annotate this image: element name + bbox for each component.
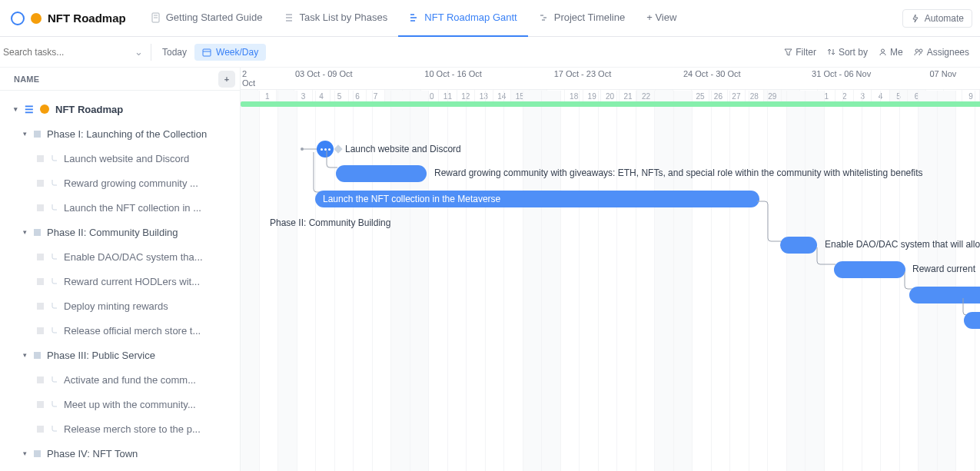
- gantt-bar[interactable]: [909, 287, 980, 303]
- bar-inner-label: Launch the NFT collection in the Metaver…: [315, 191, 759, 207]
- tab-timeline[interactable]: Project Timeline: [528, 0, 636, 37]
- phase-row[interactable]: ▾Phase IV: NFT Town: [0, 441, 240, 466]
- svg-point-3: [915, 49, 919, 52]
- week-cell: 24 Oct - 30 Oct: [647, 68, 776, 89]
- search-dropdown[interactable]: ⌄: [127, 46, 151, 58]
- zoom-toggle[interactable]: Week/Day: [194, 44, 266, 61]
- task-row[interactable]: Reward current HODLers wit...: [0, 269, 240, 294]
- automate-button[interactable]: Automate: [902, 9, 972, 28]
- bar-label: Enable DAO/DAC system that will allow: [825, 239, 980, 250]
- calendar-icon: [202, 48, 211, 57]
- svg-point-5: [301, 148, 304, 151]
- svg-point-2: [881, 49, 884, 52]
- tab-add-view[interactable]: + View: [636, 0, 687, 37]
- week-cell: 03 Oct - 09 Oct: [259, 68, 388, 89]
- automate-label: Automate: [925, 13, 964, 24]
- gantt-bar[interactable]: [336, 165, 427, 182]
- sidebar: NAME + ▾☰NFT Roadmap▾Phase I: Launching …: [0, 68, 241, 471]
- task-tree: ▾☰NFT Roadmap▾Phase I: Launching of the …: [0, 91, 240, 466]
- gantt-bar[interactable]: [964, 312, 980, 329]
- task-row[interactable]: Launch the NFT collection in ...: [0, 195, 240, 220]
- page-title: NFT Roadmap: [48, 12, 126, 25]
- today-button[interactable]: Today: [162, 47, 187, 58]
- task-row[interactable]: Release official merch store t...: [0, 318, 240, 343]
- sort-button[interactable]: Sort by: [827, 47, 868, 58]
- week-cell: 10 Oct - 16 Oct: [388, 68, 517, 89]
- gantt-bars: Launch website and Discord Reward growin…: [241, 91, 980, 471]
- phase-row[interactable]: ▾Phase II: Community Building: [0, 220, 240, 244]
- project-summary-bar[interactable]: [241, 101, 980, 107]
- me-button[interactable]: Me: [879, 47, 903, 58]
- tab-label: Task List by Phases: [299, 12, 387, 23]
- phase-label: Phase II: Community Building: [270, 217, 390, 228]
- task-handle[interactable]: [317, 141, 334, 158]
- logo-icon: [11, 12, 25, 25]
- assignees-button[interactable]: Assignees: [914, 47, 969, 58]
- task-row[interactable]: Enable DAO/DAC system tha...: [0, 244, 240, 269]
- lightning-icon: [911, 14, 920, 23]
- tab-gantt[interactable]: NFT Roadmap Gantt: [398, 0, 527, 37]
- tab-label: Project Timeline: [554, 12, 625, 23]
- week-cell: 07 Nov: [906, 68, 980, 89]
- doc-icon: [151, 12, 161, 23]
- week-cell: 17 Oct - 23 Oct: [518, 68, 647, 89]
- task-row[interactable]: Launch website and Discord: [0, 146, 240, 171]
- filter-button[interactable]: Filter: [784, 47, 816, 58]
- task-row[interactable]: Meet up with the community...: [0, 392, 240, 416]
- bar-label: Reward current: [912, 264, 975, 274]
- bar-label: Launch website and Discord: [345, 144, 461, 154]
- tab-label: Getting Started Guide: [166, 12, 263, 23]
- bar-label: Reward growing community with giveaways:…: [434, 168, 923, 178]
- divider: [151, 44, 151, 61]
- task-row[interactable]: Deploy minting rewards: [0, 294, 240, 318]
- content-area: NAME + ▾☰NFT Roadmap▾Phase I: Launching …: [0, 68, 980, 471]
- tab-task-list[interactable]: Task List by Phases: [273, 0, 398, 37]
- task-row[interactable]: Release merch store to the p...: [0, 416, 240, 441]
- toolbar-right: Filter Sort by Me Assignees: [784, 47, 980, 58]
- gantt-bar[interactable]: [834, 261, 905, 278]
- milestone-dot: [334, 144, 342, 153]
- assignees-label: Assignees: [927, 47, 969, 58]
- view-tabs: Getting Started Guide Task List by Phase…: [140, 0, 688, 37]
- task-row[interactable]: Reward growing community ...: [0, 171, 240, 195]
- add-button[interactable]: +: [218, 71, 235, 88]
- me-label: Me: [890, 47, 903, 58]
- person-icon: [879, 48, 887, 56]
- list-icon: [284, 12, 294, 23]
- project-row[interactable]: ▾☰NFT Roadmap: [0, 97, 240, 121]
- sort-label: Sort by: [839, 47, 868, 58]
- phase-row[interactable]: ▾Phase III: Public Service: [0, 343, 240, 367]
- timeline-icon: [539, 12, 550, 23]
- gantt-icon: [409, 12, 420, 23]
- week-cell: 2 Oct: [241, 68, 259, 89]
- project-color-dot: [31, 13, 42, 24]
- task-row[interactable]: Activate and fund the comm...: [0, 367, 240, 392]
- sort-icon: [827, 48, 835, 56]
- gantt-bar[interactable]: [780, 237, 817, 254]
- heading-label: NAME: [14, 75, 39, 84]
- week-cell: 31 Oct - 06 Nov: [776, 68, 905, 89]
- filter-icon: [784, 48, 792, 56]
- tab-label: NFT Roadmap Gantt: [424, 12, 517, 23]
- gantt-bar[interactable]: Launch the NFT collection in the Metaver…: [315, 191, 759, 207]
- gantt-area[interactable]: 2 Oct03 Oct - 09 Oct10 Oct - 16 Oct17 Oc…: [241, 68, 980, 471]
- filter-label: Filter: [796, 47, 816, 58]
- tab-label: + View: [646, 12, 676, 23]
- week-header: 2 Oct03 Oct - 09 Oct10 Oct - 16 Oct17 Oc…: [241, 68, 980, 90]
- zoom-label: Week/Day: [216, 47, 258, 58]
- sidebar-heading: NAME +: [0, 68, 240, 91]
- svg-rect-1: [203, 49, 211, 56]
- phase-row[interactable]: ▾Phase I: Launching of the Collection: [0, 121, 240, 146]
- topbar: NFT Roadmap Getting Started Guide Task L…: [0, 0, 980, 37]
- svg-point-4: [919, 49, 922, 52]
- tab-getting-started[interactable]: Getting Started Guide: [140, 0, 274, 37]
- search-box[interactable]: [0, 47, 127, 58]
- search-input[interactable]: [3, 47, 127, 58]
- toolbar: ⌄ Today Week/Day Filter Sort by Me Assig…: [0, 37, 980, 68]
- people-icon: [914, 48, 924, 56]
